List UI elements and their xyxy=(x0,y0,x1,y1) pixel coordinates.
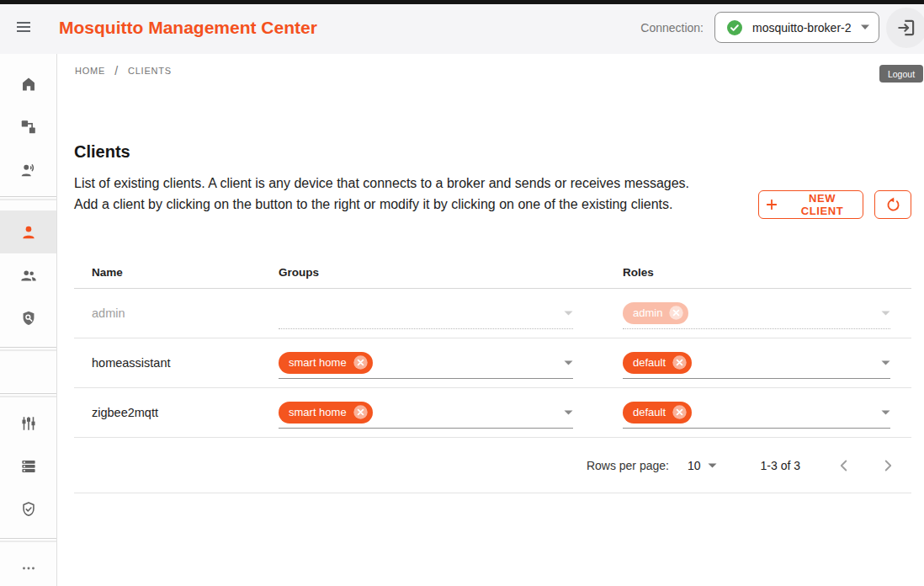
logout-tooltip: Logout xyxy=(879,65,923,83)
sidebar-item-client-connections[interactable] xyxy=(0,148,56,191)
groups-select[interactable]: smart home xyxy=(279,347,573,379)
more-dots-icon xyxy=(19,559,38,578)
connection-label: Connection: xyxy=(640,0,704,54)
app-window: Mosquitto Management Center Connection: … xyxy=(0,0,924,586)
new-client-button-label: NEW CLIENT xyxy=(787,192,858,217)
groups-select[interactable] xyxy=(279,297,573,329)
sidebar-divider xyxy=(0,393,56,394)
role-chip-label: default xyxy=(633,406,666,418)
list-icon xyxy=(19,457,38,476)
page-actions: NEW CLIENT xyxy=(758,190,911,219)
dropdown-caret-icon xyxy=(860,24,870,30)
breadcrumb: HOME / CLIENTS xyxy=(75,64,172,77)
chevron-down-icon xyxy=(564,410,573,415)
chip-remove-icon[interactable] xyxy=(672,354,688,370)
rows-per-page-value: 10 xyxy=(688,459,701,472)
column-header-name: Name xyxy=(74,266,279,279)
group-chip-label: smart home xyxy=(289,406,347,418)
groups-select[interactable]: smart home xyxy=(279,397,573,429)
sidebar-item-groups[interactable] xyxy=(0,253,56,296)
sidebar-divider-shadow xyxy=(0,199,56,200)
client-voice-icon xyxy=(19,161,38,179)
sidebar-item-logs[interactable] xyxy=(0,445,56,487)
home-icon xyxy=(19,75,38,93)
role-chip-label: admin xyxy=(633,306,662,319)
top-border-strip xyxy=(0,0,924,4)
table-row-admin[interactable]: admin admin xyxy=(74,289,911,338)
next-page-button[interactable] xyxy=(878,455,898,476)
breadcrumb-home[interactable]: HOME xyxy=(75,66,105,76)
client-name: admin xyxy=(74,306,279,320)
menu-icon[interactable] xyxy=(13,17,34,37)
role-chip[interactable]: admin xyxy=(623,302,688,324)
client-name: homeassistant xyxy=(74,356,279,370)
connection-value: mosquitto-broker-2 xyxy=(752,21,860,35)
groups-people-icon xyxy=(19,266,38,285)
previous-page-button[interactable] xyxy=(834,455,854,476)
sidebar-item-settings[interactable] xyxy=(0,402,56,445)
sidebar-divider-shadow xyxy=(0,396,56,397)
table-header-row: Name Groups Roles xyxy=(74,256,911,289)
chip-remove-icon[interactable] xyxy=(353,354,369,370)
sidebar-item-security[interactable] xyxy=(0,487,56,530)
plus-icon xyxy=(764,197,779,212)
logout-button[interactable] xyxy=(886,8,924,48)
sidebar-item-more[interactable] xyxy=(0,546,56,586)
logout-icon xyxy=(895,17,917,39)
clients-table: Name Groups Roles admin ad xyxy=(74,256,911,493)
breadcrumb-separator: / xyxy=(114,64,119,77)
role-chip-label: default xyxy=(633,356,666,369)
page-title: Clients xyxy=(74,142,130,162)
sidebar-divider xyxy=(0,347,56,348)
sidebar-divider-shadow xyxy=(0,541,56,542)
chevron-down-icon xyxy=(881,360,890,365)
main-content: HOME / CLIENTS Clients List of existing … xyxy=(57,54,924,586)
refresh-icon xyxy=(884,196,902,214)
chevron-down-icon xyxy=(564,360,573,365)
sidebar-divider xyxy=(0,538,56,539)
group-chip[interactable]: smart home xyxy=(279,352,373,374)
chevron-down-icon xyxy=(564,311,573,316)
sidebar-item-clients[interactable] xyxy=(0,210,56,253)
clients-person-icon xyxy=(19,223,38,242)
roles-select[interactable]: admin xyxy=(623,297,890,329)
app-title: Mosquitto Management Center xyxy=(59,0,317,54)
security-shield-check-icon xyxy=(19,500,38,519)
topic-tree-icon xyxy=(19,118,38,136)
chevron-down-icon xyxy=(708,463,717,468)
role-chip[interactable]: default xyxy=(623,402,692,424)
column-header-groups: Groups xyxy=(279,266,623,279)
chevron-down-icon xyxy=(881,410,890,415)
settings-sliders-icon xyxy=(19,414,38,433)
page-description: List of existing clients. A client is an… xyxy=(74,173,690,215)
sidebar-divider-shadow xyxy=(0,349,56,351)
sidebar-item-home[interactable] xyxy=(0,62,56,105)
rows-per-page-label: Rows per page: xyxy=(587,459,669,472)
roles-select[interactable]: default xyxy=(623,397,890,429)
group-chip-label: smart home xyxy=(289,356,347,369)
chip-remove-icon[interactable] xyxy=(672,404,688,420)
roles-select[interactable]: default xyxy=(623,347,890,379)
chevron-down-icon xyxy=(881,311,890,316)
roles-policy-icon xyxy=(19,309,38,328)
chip-remove-icon[interactable] xyxy=(353,404,369,420)
column-header-roles: Roles xyxy=(623,266,911,279)
pagination-range: 1-3 of 3 xyxy=(761,459,800,472)
refresh-button[interactable] xyxy=(874,190,911,219)
new-client-button[interactable]: NEW CLIENT xyxy=(758,190,863,219)
chip-remove-icon[interactable] xyxy=(668,305,684,321)
table-row-homeassistant[interactable]: homeassistant smart home xyxy=(74,338,911,388)
rows-per-page-select[interactable]: 10 xyxy=(688,459,717,472)
sidebar-nav xyxy=(0,54,57,586)
breadcrumb-current: CLIENTS xyxy=(128,66,172,76)
sidebar-item-roles[interactable] xyxy=(0,296,56,339)
sidebar-item-topic-tree[interactable] xyxy=(0,105,56,148)
connected-check-icon xyxy=(726,19,743,36)
sidebar-divider xyxy=(0,196,56,197)
table-row-zigbee2mqtt[interactable]: zigbee2mqtt smart home xyxy=(74,388,911,438)
connection-select[interactable]: mosquitto-broker-2 xyxy=(714,12,879,43)
role-chip[interactable]: default xyxy=(623,352,692,374)
client-name: zigbee2mqtt xyxy=(74,406,279,419)
group-chip[interactable]: smart home xyxy=(279,402,373,424)
table-pagination: Rows per page: 10 1-3 of 3 xyxy=(74,438,911,493)
